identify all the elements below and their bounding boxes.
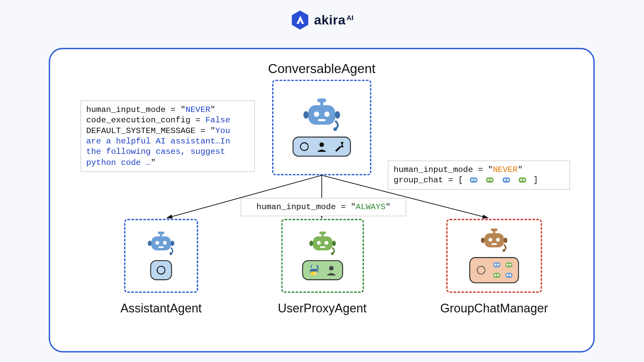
brand-header: akiraAI — [290, 10, 354, 29]
svg-point-21 — [520, 179, 522, 181]
svg-rect-37 — [322, 234, 324, 236]
robot-blue-icon — [148, 232, 174, 256]
codebox-assistant-config: human_input_mode = "NEVER" code_executio… — [80, 101, 255, 172]
svg-point-16 — [490, 179, 492, 181]
tools-icon — [333, 140, 346, 153]
svg-point-65 — [494, 274, 496, 276]
svg-point-66 — [497, 274, 499, 276]
svg-point-69 — [509, 274, 512, 276]
openai-icon — [475, 264, 488, 277]
svg-point-33 — [170, 241, 174, 246]
group-bots-grid — [492, 261, 514, 280]
svg-point-32 — [148, 241, 152, 246]
box-assistant-agent — [124, 219, 198, 293]
label-userproxy-agent: UserProxyAgent — [268, 302, 377, 316]
svg-point-13 — [474, 179, 476, 181]
capability-pill-conversable — [292, 137, 351, 157]
openai-icon — [155, 264, 168, 277]
svg-point-63 — [509, 264, 512, 266]
svg-rect-31 — [158, 246, 164, 248]
box-userproxy-agent — [281, 219, 364, 293]
codebox-userproxy-config: human_input_mode = "ALWAYS" — [241, 198, 406, 217]
svg-rect-53 — [491, 243, 497, 245]
svg-rect-50 — [484, 233, 504, 247]
svg-point-39 — [317, 241, 321, 245]
codebox-groupchat-config: human_input_mode = "NEVER" group_chat = … — [388, 161, 570, 189]
svg-rect-27 — [160, 234, 162, 236]
svg-point-34 — [169, 252, 172, 255]
brand-logo-icon — [290, 10, 310, 29]
svg-point-29 — [155, 241, 159, 245]
svg-point-12 — [471, 179, 473, 181]
svg-point-54 — [481, 238, 485, 243]
svg-rect-14 — [486, 177, 494, 183]
svg-point-10 — [319, 142, 324, 147]
svg-point-8 — [333, 127, 337, 131]
svg-point-6 — [304, 111, 309, 119]
svg-point-7 — [335, 111, 340, 119]
svg-point-52 — [496, 238, 500, 242]
svg-point-62 — [507, 264, 509, 266]
robot-mini-blue-icon — [469, 175, 479, 185]
svg-point-19 — [507, 179, 509, 181]
svg-point-44 — [331, 252, 334, 255]
svg-rect-64 — [493, 273, 500, 278]
svg-point-51 — [488, 238, 492, 242]
svg-point-3 — [314, 112, 319, 117]
svg-rect-11 — [470, 177, 477, 183]
robot-blue-icon — [303, 98, 340, 132]
diagram-frame: ConversableAgent — [49, 48, 595, 353]
svg-point-55 — [503, 238, 507, 243]
svg-rect-28 — [151, 236, 171, 250]
svg-point-40 — [324, 241, 328, 245]
robot-mini-green-icon — [485, 175, 495, 185]
robot-mini-green-icon — [517, 175, 528, 185]
svg-rect-49 — [493, 231, 495, 233]
openai-icon — [298, 140, 311, 153]
box-conversable-agent — [272, 80, 371, 176]
svg-rect-2 — [308, 105, 335, 125]
svg-rect-61 — [505, 262, 513, 267]
capability-pill-assistant — [150, 260, 172, 280]
label-assistant-agent: AssistantAgent — [102, 302, 220, 316]
svg-rect-41 — [320, 246, 325, 248]
svg-rect-58 — [493, 262, 500, 267]
svg-point-22 — [523, 179, 525, 181]
svg-point-46 — [315, 273, 316, 275]
title-conversable-agent: ConversableAgent — [268, 61, 375, 76]
svg-point-68 — [507, 274, 509, 276]
svg-point-60 — [497, 264, 499, 266]
svg-point-45 — [312, 266, 313, 267]
svg-point-15 — [488, 179, 490, 181]
svg-rect-67 — [505, 273, 513, 278]
robot-brown-icon — [481, 228, 507, 253]
capability-pill-groupchat — [469, 257, 519, 283]
capability-pill-userproxy — [302, 260, 343, 280]
brand-name: akiraAI — [314, 13, 354, 27]
person-icon — [325, 264, 338, 277]
python-icon — [307, 264, 320, 277]
svg-rect-1 — [320, 102, 323, 105]
svg-point-56 — [502, 249, 505, 252]
box-groupchat-manager — [446, 219, 542, 293]
svg-point-43 — [332, 241, 336, 246]
svg-point-42 — [309, 241, 313, 246]
robot-mini-blue-icon — [501, 175, 512, 185]
svg-rect-5 — [318, 119, 325, 121]
svg-point-4 — [324, 112, 330, 117]
svg-point-59 — [494, 264, 496, 266]
robot-green-icon — [309, 232, 336, 256]
svg-rect-38 — [313, 236, 332, 250]
svg-rect-20 — [519, 177, 526, 183]
svg-point-30 — [163, 241, 167, 245]
label-groupchat-manager: GroupChatManager — [433, 302, 555, 316]
svg-point-47 — [329, 266, 334, 270]
svg-point-18 — [504, 179, 506, 181]
person-icon — [315, 140, 328, 153]
svg-rect-17 — [502, 177, 510, 183]
